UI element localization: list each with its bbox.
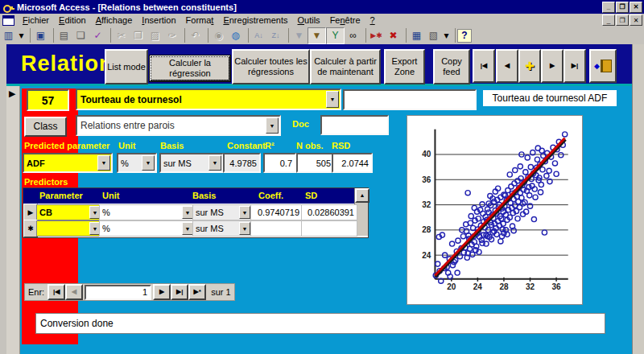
predictor-coeff-field[interactable]	[250, 220, 303, 237]
recnav-next-button[interactable]: ▶	[153, 284, 171, 300]
r2-field[interactable]: 0.7	[263, 153, 296, 173]
menu-enregistrements[interactable]: Enregistrements	[218, 14, 292, 26]
mdi-minimize-button[interactable]: _	[602, 14, 615, 26]
new-object-button[interactable]: ▧	[425, 28, 442, 43]
last-record-button[interactable]: ▶|	[564, 49, 586, 83]
sort-asc-button[interactable]: A↓	[250, 28, 267, 43]
predictor-coeff-field[interactable]: 0.9740719	[250, 204, 303, 220]
constant-field[interactable]: 4.9785	[223, 153, 261, 173]
filter-by-selection-button[interactable]: ▼	[291, 28, 308, 43]
form-system-icon[interactable]	[2, 15, 14, 26]
menu-fentre[interactable]: Fenêtre	[325, 14, 365, 26]
next-record-button[interactable]: ▶	[541, 49, 564, 83]
export-zone-button[interactable]: Export Zone	[384, 49, 425, 84]
record-id-field[interactable]: 57	[27, 89, 69, 111]
feed-combobox[interactable]: Tourteau de tournesol ▼	[76, 88, 341, 110]
mdi-restore-button[interactable]: ❐	[616, 14, 629, 26]
menu-edition[interactable]: Edition	[54, 14, 91, 26]
table-row: ✱ ▼ % ▼ sur MS ▼	[23, 220, 354, 236]
view-dropdown[interactable]: ▾	[17, 28, 26, 43]
predictor-parameter-combobox[interactable]: CB ▼	[36, 204, 102, 220]
predictor-unit-combobox[interactable]: % ▼	[99, 204, 195, 220]
database-window-button[interactable]: ▦	[408, 28, 425, 43]
vertical-scrollbar[interactable]	[632, 44, 644, 354]
apply-filter-button[interactable]: Y	[326, 27, 345, 44]
new-object-dropdown[interactable]: ▾	[442, 28, 451, 43]
record-selector-bar[interactable]	[6, 86, 20, 354]
menu-outils[interactable]: Outils	[293, 14, 325, 26]
first-record-button[interactable]: |◀	[473, 49, 495, 83]
predictor-unit-dropdown-icon[interactable]: ▼	[182, 222, 193, 235]
web-toolbar-button[interactable]: ◍	[227, 28, 244, 43]
title-bar: Microsoft Access - [Relations between co…	[0, 0, 644, 14]
predicted-unit-combobox[interactable]: % ▼	[117, 153, 157, 173]
menu-?[interactable]: ?	[365, 14, 380, 26]
svg-text:28: 28	[499, 282, 509, 291]
previous-record-button[interactable]: ◀	[496, 49, 518, 83]
delete-record-button[interactable]: ✖	[385, 28, 402, 43]
view-button[interactable]: ▥	[0, 28, 17, 43]
rsd-field[interactable]: 2.0744	[332, 153, 373, 173]
spelling-button[interactable]: ✓	[89, 28, 106, 43]
find-button[interactable]: ∞	[345, 28, 361, 43]
save-button[interactable]: ▣	[32, 28, 49, 43]
window-title: Microsoft Access - [Relations between co…	[17, 2, 237, 12]
menu-fichier[interactable]: Fichier	[18, 14, 54, 26]
predicted-parameter-combobox[interactable]: ADF ▼	[23, 153, 113, 173]
predicted-basis-combobox[interactable]: sur MS ▼	[159, 153, 224, 173]
nobs-field[interactable]: 505	[296, 153, 335, 173]
record-navigation-bar: Enr: |◀ ◀ 1 ▶ ▶| ▶* sur 1	[24, 283, 235, 301]
calc-all-regressions-button[interactable]: Calculer toutes les régressions	[232, 49, 310, 84]
empty-text-field[interactable]	[343, 89, 477, 110]
predictor-basis-combobox[interactable]: sur MS ▼	[192, 220, 252, 237]
predictor-unit-dropdown-icon[interactable]: ▼	[182, 206, 193, 219]
access-key-icon	[3, 3, 13, 11]
new-record-header-button[interactable]: ✚	[518, 49, 541, 83]
recnav-first-button[interactable]: |◀	[47, 284, 65, 300]
menu-insertion[interactable]: Insertion	[137, 14, 180, 26]
minimize-button[interactable]: _	[602, 2, 615, 13]
print-button[interactable]: ▤	[56, 28, 72, 43]
predicted-unit-dropdown-icon[interactable]: ▼	[142, 155, 155, 171]
predictor-basis-dropdown-icon[interactable]: ▼	[239, 222, 250, 235]
print-preview-button[interactable]: ❏	[72, 28, 89, 43]
restore-button[interactable]: ❐	[616, 2, 629, 13]
filter-by-form-button[interactable]: ▼	[308, 27, 326, 44]
calc-from-now-button[interactable]: Calculer à partir de maintenant	[310, 49, 381, 84]
scrollbar-up-icon[interactable]: ▲	[355, 188, 369, 203]
recnav-current-record-input[interactable]: 1	[85, 285, 151, 300]
status-message-box: Conversion done	[35, 313, 605, 334]
copy-feed-button[interactable]: Copy feed	[433, 49, 470, 84]
menu-affichage[interactable]: Affichage	[91, 14, 138, 26]
doc-field[interactable]	[320, 115, 389, 135]
format-painter-button: ✑	[163, 28, 180, 43]
recnav-previous-button[interactable]: ◀	[65, 284, 83, 300]
exit-button[interactable]: ◆	[589, 49, 617, 83]
undo-button: ↶	[187, 28, 204, 43]
menu-format[interactable]: Format	[181, 14, 219, 26]
predictor-sd-field[interactable]: 0.02860391	[301, 204, 357, 220]
predictor-basis-dropdown-icon[interactable]: ▼	[239, 206, 250, 219]
predicted-parameter-dropdown-icon[interactable]: ▼	[97, 155, 110, 171]
mdi-close-button[interactable]: ✕	[630, 14, 642, 26]
close-button[interactable]: ✕	[630, 2, 642, 13]
relation-type-combobox[interactable]: Relations entre parois ▼	[76, 115, 281, 136]
recnav-new-button[interactable]: ▶*	[188, 284, 206, 300]
sort-desc-button[interactable]: Z↓	[267, 28, 284, 43]
predictor-basis-combobox[interactable]: sur MS ▼	[192, 204, 252, 220]
relation-type-dropdown-icon[interactable]: ▼	[266, 117, 279, 134]
svg-text:28: 28	[422, 225, 431, 234]
feed-dropdown-icon[interactable]: ▼	[326, 91, 339, 108]
predicted-basis-dropdown-icon[interactable]: ▼	[208, 155, 221, 171]
new-record-button[interactable]: ▶✱	[368, 28, 385, 43]
class-button[interactable]: Class	[24, 117, 67, 137]
help-button[interactable]: ?	[457, 29, 472, 43]
recnav-label: Enr:	[28, 287, 44, 297]
predictors-subform: Parameter Unit Basis Coeff. SD ▲ ▶ CB ▼ …	[23, 187, 369, 238]
predictor-unit-combobox[interactable]: % ▼	[99, 220, 195, 237]
predictor-parameter-combobox[interactable]: ▼	[36, 220, 102, 237]
predictor-sd-field[interactable]	[301, 220, 357, 237]
calc-regression-button[interactable]: Calculer la régression	[150, 56, 230, 81]
recnav-last-button[interactable]: ▶|	[171, 284, 188, 300]
list-mode-button[interactable]: List mode	[105, 49, 148, 84]
